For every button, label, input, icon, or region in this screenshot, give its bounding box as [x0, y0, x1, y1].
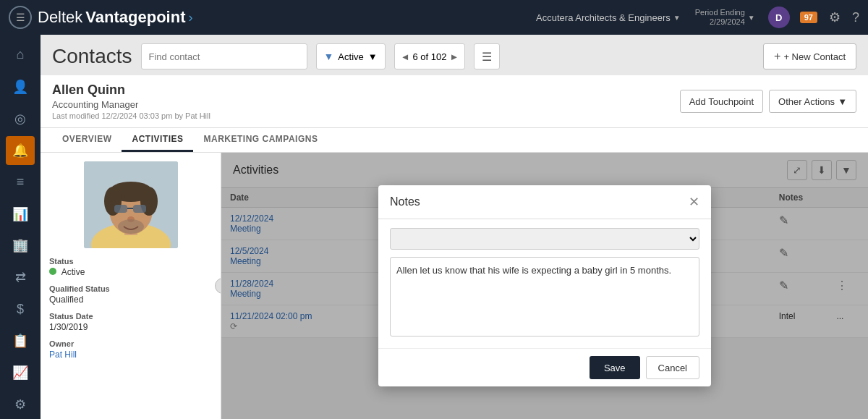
- content-area: Contacts ▼ Active ▼ ◄ 6 of 102 ► ☰ + + N…: [41, 35, 868, 419]
- modal-close-button[interactable]: ✕: [689, 194, 699, 210]
- svg-rect-8: [133, 205, 146, 213]
- page-title: Contacts: [52, 45, 132, 68]
- right-panel: Activities ⤢ ⬇ ▼ Date Associatio: [221, 153, 868, 419]
- cancel-button[interactable]: Cancel: [646, 356, 699, 379]
- sidebar-item-arrows[interactable]: ⇄: [6, 263, 35, 292]
- contact-header: Allen Quinn Accounting Manager Last modi…: [41, 75, 868, 128]
- contact-actions: Add Touchpoint Other Actions ▼: [680, 90, 856, 113]
- sidebar-item-notification[interactable]: 🔔: [6, 136, 35, 165]
- contact-modified: Last modified 12/2/2024 03:03 pm by Pat …: [52, 111, 210, 120]
- user-avatar[interactable]: D: [768, 7, 790, 28]
- qualified-status-label: Qualified Status: [49, 284, 212, 293]
- svg-rect-7: [114, 205, 127, 213]
- sidebar: ⌂ 👤 ◎ 🔔 ≡ 📊 🏢 ⇄ $ 📋 📈 ⚙: [0, 35, 41, 419]
- modal-header: Notes ✕: [378, 185, 711, 219]
- qualified-status-value: Qualified: [49, 295, 212, 305]
- company-chevron-icon: ▼: [673, 14, 681, 22]
- modal-overlay: Notes ✕ Save Cancel: [221, 153, 868, 419]
- modal-title: Notes: [390, 195, 420, 208]
- prev-record-button[interactable]: ◄: [401, 51, 410, 62]
- left-panel: Status Active Qualified Status Qualified…: [41, 153, 221, 419]
- status-value: Active: [49, 267, 212, 277]
- sidebar-item-graph[interactable]: 📈: [6, 358, 35, 387]
- company-selector[interactable]: Accutera Architects & Engineers ▼: [536, 12, 681, 23]
- menu-hamburger[interactable]: ☰: [9, 6, 32, 29]
- status-label: Status: [49, 257, 212, 266]
- top-nav: ☰ Deltek Vantagepoint › Accutera Archite…: [0, 0, 868, 35]
- avatar-container: [49, 161, 212, 248]
- status-date-value: 1/30/2019: [49, 322, 212, 332]
- period-chevron-icon: ▼: [748, 14, 755, 22]
- contact-name: Allen Quinn: [52, 82, 210, 98]
- modal-footer: Save Cancel: [378, 348, 711, 386]
- notes-textarea[interactable]: [390, 257, 699, 337]
- filter-dropdown[interactable]: ▼ Active ▼: [316, 43, 386, 69]
- list-view-button[interactable]: ☰: [474, 43, 500, 69]
- sidebar-item-home[interactable]: ⌂: [6, 41, 35, 69]
- sidebar-item-report[interactable]: ≡: [6, 168, 35, 197]
- status-indicator: [49, 268, 56, 275]
- sidebar-item-target[interactable]: ◎: [6, 104, 35, 133]
- modal-body: [378, 219, 711, 348]
- sidebar-item-user[interactable]: 👤: [6, 72, 35, 101]
- notes-modal: Notes ✕ Save Cancel: [378, 185, 711, 386]
- avatar: [84, 161, 178, 248]
- filter-chevron-icon: ▼: [368, 51, 378, 62]
- record-counter: ◄ 6 of 102 ►: [394, 43, 466, 69]
- add-touchpoint-button[interactable]: Add Touchpoint: [680, 90, 763, 113]
- app-logo: Deltek Vantagepoint ›: [38, 8, 192, 27]
- sidebar-item-dollar[interactable]: $: [6, 295, 35, 323]
- filter-icon: ▼: [324, 51, 334, 62]
- period-ending[interactable]: Period Ending 2/29/2024 ▼: [695, 8, 755, 27]
- contact-info: Allen Quinn Accounting Manager Last modi…: [52, 82, 210, 120]
- next-record-button[interactable]: ►: [450, 51, 459, 62]
- sidebar-item-building[interactable]: 🏢: [6, 232, 35, 261]
- notes-type-dropdown[interactable]: [390, 228, 699, 250]
- other-actions-chevron-icon: ▼: [838, 96, 847, 107]
- status-date-label: Status Date: [49, 312, 212, 321]
- collapse-panel-button[interactable]: ◄: [215, 278, 221, 294]
- avatar-image: [84, 161, 178, 248]
- help-icon[interactable]: ?: [852, 10, 859, 25]
- tab-bar: Overview Activities Marketing Campaigns: [41, 128, 868, 153]
- svg-point-11: [118, 219, 144, 234]
- gear-icon[interactable]: ⚙: [829, 9, 841, 25]
- notification-badge[interactable]: 97: [800, 12, 817, 23]
- new-contact-button[interactable]: + + New Contact: [763, 43, 856, 69]
- contact-role: Accounting Manager: [52, 99, 210, 110]
- sidebar-item-chart[interactable]: 📊: [6, 200, 35, 229]
- page-header: Contacts ▼ Active ▼ ◄ 6 of 102 ► ☰ + + N…: [41, 35, 868, 75]
- owner-label: Owner: [49, 339, 212, 348]
- sidebar-item-ledger[interactable]: 📋: [6, 326, 35, 355]
- sidebar-item-gear[interactable]: ⚙: [6, 390, 35, 419]
- search-input[interactable]: [141, 43, 307, 69]
- body-area: Status Active Qualified Status Qualified…: [41, 153, 868, 419]
- tab-activities[interactable]: Activities: [122, 128, 193, 152]
- plus-icon: +: [774, 50, 780, 63]
- tab-marketing[interactable]: Marketing Campaigns: [193, 128, 328, 152]
- save-button[interactable]: Save: [590, 356, 640, 379]
- other-actions-button[interactable]: Other Actions ▼: [769, 90, 856, 113]
- tab-overview[interactable]: Overview: [52, 128, 122, 152]
- owner-value[interactable]: Pat Hill: [49, 350, 212, 360]
